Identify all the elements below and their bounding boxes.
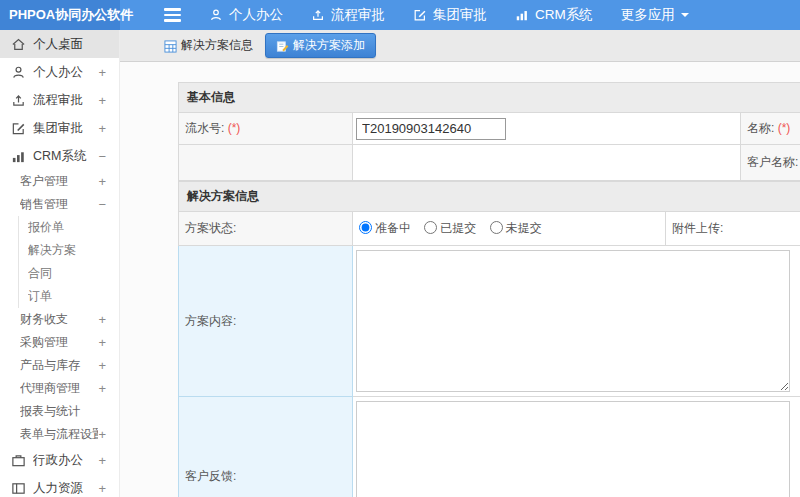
serial-field-cell: [353, 113, 741, 145]
tab-solution-add[interactable]: 解决方案添加: [265, 33, 376, 58]
sidebar-item-customer-mgmt[interactable]: 客户管理 +: [0, 170, 119, 193]
sidebar-item-crm-system[interactable]: CRM系统 −: [0, 142, 119, 170]
feedback-textarea[interactable]: [356, 401, 790, 497]
customer-name-label-cell: 客户名称: (*): [741, 145, 800, 181]
name-label-cell: 名称: (*): [741, 113, 800, 145]
book-icon: [11, 481, 26, 496]
feedback-field-cell: [353, 397, 800, 497]
nav-more-apps[interactable]: 更多应用: [621, 6, 689, 24]
content-label-cell: 方案内容:: [179, 246, 353, 397]
serial-label: 流水号:: [185, 121, 224, 135]
tab-solution-info[interactable]: 解决方案信息: [158, 33, 259, 58]
sidebar-item-group-approval[interactable]: 集团审批 +: [0, 114, 119, 142]
attachment-label-cell: 附件上传:: [666, 212, 800, 246]
nav-workflow-approval[interactable]: 流程审批: [311, 6, 385, 24]
process-upload-icon: [311, 8, 325, 22]
serial-input[interactable]: [356, 118, 506, 140]
sidebar-item-order[interactable]: 订单: [0, 285, 119, 308]
basic-info-header: 基本信息: [179, 83, 800, 113]
sidebar-item-product-inventory[interactable]: 产品与库存 +: [0, 354, 119, 377]
nav-personal-office[interactable]: 个人办公: [209, 6, 283, 24]
app-logo: PHPOA协同办公软件: [0, 0, 120, 30]
menu-icon[interactable]: [164, 8, 181, 22]
sidebar-item-finance[interactable]: 财务收支 +: [0, 308, 119, 331]
status-radio-submitted[interactable]: 已提交: [424, 221, 476, 235]
caret-down-icon: [681, 13, 689, 21]
home-icon: [11, 37, 26, 52]
sidebar-item-admin-office[interactable]: 行政办公 +: [0, 446, 119, 474]
sidebar: 个人桌面 个人办公 + 流程审批 + 集团审批 + CRM系统 − 客户管理 +: [0, 30, 120, 497]
sidebar-item-contract[interactable]: 合同: [0, 262, 119, 285]
sidebar-item-human-resources[interactable]: 人力资源 +: [0, 474, 119, 497]
solution-info-header: 解决方案信息: [179, 182, 800, 212]
solution-info-table: 解决方案信息 方案状态: 准备中 已提交 未提交 附件上传:: [178, 181, 800, 497]
sidebar-item-personal-desktop[interactable]: 个人桌面: [0, 30, 119, 58]
empty-label-cell: [179, 145, 353, 181]
process-upload-icon: [11, 93, 26, 108]
tab-strip: 解决方案信息 解决方案添加: [120, 30, 800, 62]
sidebar-item-quotation[interactable]: 报价单: [0, 216, 119, 239]
nav-crm-system[interactable]: CRM系统: [515, 6, 593, 24]
sidebar-item-workflow-approval[interactable]: 流程审批 +: [0, 86, 119, 114]
sidebar-item-solution[interactable]: 解决方案: [0, 239, 119, 262]
top-nav: 个人办公 流程审批 集团审批 CRM系统 更多应用: [164, 0, 689, 30]
person-icon: [11, 65, 26, 80]
person-icon: [209, 8, 223, 22]
customer-name-label: 客户名称:: [747, 155, 798, 169]
status-label-cell: 方案状态:: [179, 212, 353, 246]
briefcase-icon: [11, 453, 26, 468]
form-content: 基本信息 流水号: (*) 名称: (*): [120, 62, 800, 497]
sidebar-item-agent-mgmt[interactable]: 代理商管理 +: [0, 377, 119, 400]
main-area: 解决方案信息 解决方案添加 基本信息 流水号: (*): [120, 30, 800, 497]
content-field-cell: [353, 246, 800, 397]
feedback-label: 客户反馈:: [185, 469, 236, 483]
name-label: 名称:: [747, 121, 774, 135]
sidebar-item-form-flow-settings[interactable]: 表单与流程设置 +: [0, 423, 119, 446]
feedback-label-cell: 客户反馈:: [179, 397, 353, 497]
top-bar: PHPOA协同办公软件 个人办公 流程审批 集团审批 CRM系统 更多应用: [0, 0, 800, 30]
grid-icon: [164, 38, 177, 52]
basic-info-table: 基本信息 流水号: (*) 名称: (*): [178, 82, 800, 181]
sidebar-item-purchase-mgmt[interactable]: 采购管理 +: [0, 331, 119, 354]
required-mark: (*): [778, 121, 791, 135]
required-mark: (*): [228, 121, 241, 135]
status-radio-group: 准备中 已提交 未提交: [353, 212, 666, 246]
status-radio-preparing[interactable]: 准备中: [359, 221, 411, 235]
content-textarea[interactable]: [356, 250, 790, 392]
status-radio-unsubmitted[interactable]: 未提交: [490, 221, 542, 235]
content-label: 方案内容:: [185, 314, 236, 328]
sidebar-item-sales-mgmt[interactable]: 销售管理 −: [0, 193, 119, 216]
sidebar-item-personal-office[interactable]: 个人办公 +: [0, 58, 119, 86]
bar-chart-icon: [515, 8, 529, 22]
edit-icon: [11, 121, 26, 136]
serial-label-cell: 流水号: (*): [179, 113, 353, 145]
bar-chart-icon: [11, 149, 26, 164]
attachment-label: 附件上传:: [672, 221, 723, 235]
sidebar-item-reports[interactable]: 报表与统计: [0, 400, 119, 423]
form-edit-icon: [276, 38, 289, 52]
status-label: 方案状态:: [185, 221, 236, 235]
nav-group-approval[interactable]: 集团审批: [413, 6, 487, 24]
edit-icon: [413, 8, 427, 22]
empty-field-cell: [353, 145, 741, 181]
